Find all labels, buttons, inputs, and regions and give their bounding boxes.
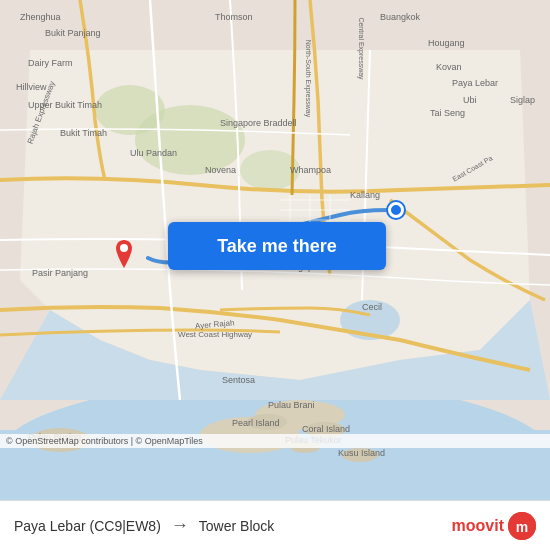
label-coral-island: Coral Island (302, 424, 350, 434)
bottom-bar: Paya Lebar (CC9|EW8) → Tower Block moovi… (0, 500, 550, 550)
svg-text:m: m (516, 519, 528, 535)
label-braddell: Singapore Braddell (220, 118, 297, 128)
label-buangkok: Buangkok (380, 12, 420, 22)
label-thomson: Thomson (215, 12, 253, 22)
label-pasir-panjang: Pasir Panjang (32, 268, 88, 278)
label-hillview: Hillview (16, 82, 47, 92)
moovit-brand-text: moovit (452, 517, 504, 535)
moovit-brand-icon: m (508, 512, 536, 540)
label-cecil: Cecil (362, 302, 382, 312)
label-central-exp: Central Expressway (358, 17, 365, 79)
route-to: Tower Block (199, 518, 274, 534)
label-west-coast-hwy: West Coast Highway (178, 330, 252, 339)
label-siglap: Siglap (510, 95, 535, 105)
label-ubi: Ubi (463, 95, 477, 105)
label-kusu-island: Kusu Island (338, 448, 385, 458)
label-kovan: Kovan (436, 62, 462, 72)
route-from: Paya Lebar (CC9|EW8) (14, 518, 161, 534)
route-arrow: → (171, 515, 189, 536)
label-sentosa: Sentosa (222, 375, 255, 385)
label-hougang: Hougang (428, 38, 465, 48)
svg-point-20 (120, 244, 128, 252)
label-bukit-panjang: Bukit Panjang (45, 28, 101, 38)
label-pulau-brani: Pulau Brani (268, 400, 315, 410)
label-pearl-island: Pearl Island (232, 418, 280, 428)
label-dairy-farm: Dairy Farm (28, 58, 73, 68)
label-whampoa: Whampoa (290, 165, 331, 175)
label-novena: Novena (205, 165, 236, 175)
label-zhenghua: Zhenghua (20, 12, 61, 22)
label-tai-seng: Tai Seng (430, 108, 465, 118)
label-bukit-timah: Bukit Timah (60, 128, 107, 138)
label-north-south-exp: North-South Expressway (305, 40, 312, 117)
moovit-logo: moovit m (452, 512, 536, 540)
map-container: Zhenghua Bukit Panjang Dairy Farm Hillvi… (0, 0, 550, 500)
take-me-there-button[interactable]: Take me there (168, 222, 386, 270)
destination-pin (112, 240, 136, 272)
map-attribution: © OpenStreetMap contributors | © OpenMap… (0, 434, 550, 448)
label-ulu-pandan: Ulu Pandan (130, 148, 177, 158)
label-paya-lebar: Paya Lebar (452, 78, 498, 88)
label-kallang: Kallang (350, 190, 380, 200)
origin-pin (388, 202, 404, 218)
